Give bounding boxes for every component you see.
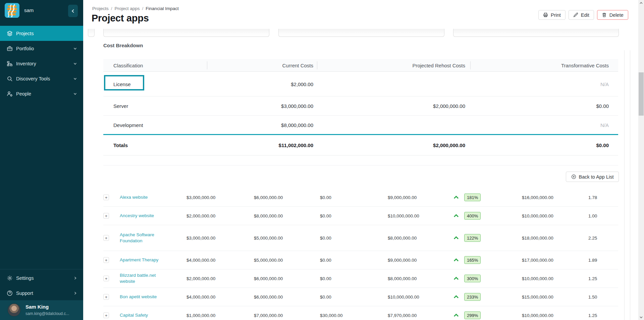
caret-up-icon bbox=[453, 276, 459, 280]
transformative-costs-cell: N/A bbox=[542, 81, 609, 87]
sidebar-item-settings[interactable]: Settings bbox=[0, 270, 83, 285]
expand-row-button[interactable]: + bbox=[103, 195, 109, 200]
scroll-up-arrow-icon[interactable] bbox=[638, 0, 644, 6]
column-divider bbox=[470, 61, 471, 69]
briefcase-icon bbox=[7, 46, 13, 52]
ratio-cell: 1.89 bbox=[588, 258, 597, 263]
ratio-cell: 2.25 bbox=[588, 236, 597, 241]
current-costs-cell: $2,000,000.00 bbox=[186, 276, 215, 281]
app-name-link[interactable]: Capital Safety bbox=[120, 312, 169, 318]
cost-cell: $5,000,000.00 bbox=[254, 258, 283, 263]
edit-button[interactable]: Edit bbox=[569, 10, 594, 20]
app-name-link[interactable]: Apartment Therapy bbox=[120, 257, 169, 263]
printer-icon bbox=[543, 12, 548, 17]
breadcrumb: Projects/Project apps/Financial Impact bbox=[92, 6, 179, 11]
sidebar-item-inventory[interactable]: Inventory bbox=[0, 56, 83, 71]
col-header-projected-rehost-costs: Projected Rehost Costs bbox=[398, 62, 465, 68]
table-row-server[interactable]: Server $3,000,000.00 $2,000,000.00 $0.00 bbox=[103, 97, 618, 116]
cost-cell: $16,000,000.00 bbox=[522, 195, 553, 200]
chevron-left-icon bbox=[71, 9, 74, 13]
percent-badge: 233% bbox=[464, 293, 481, 301]
app-name-link[interactable]: Apache Software Foundation bbox=[120, 232, 169, 244]
cost-cell: $10,000,000.00 bbox=[388, 213, 419, 218]
delete-button[interactable]: Delete bbox=[597, 10, 628, 20]
back-to-app-list-button[interactable]: Back to App List bbox=[566, 172, 619, 182]
scroll-down-arrow-icon[interactable] bbox=[638, 314, 644, 320]
page-scrollbar[interactable] bbox=[638, 0, 644, 320]
print-button[interactable]: Print bbox=[538, 10, 566, 20]
expand-row-button[interactable]: + bbox=[103, 313, 109, 318]
caret-up-icon bbox=[453, 295, 459, 299]
chevron-down-icon bbox=[73, 62, 77, 66]
percent-badge: 165% bbox=[464, 256, 481, 264]
cost-cell: $17,000,000.00 bbox=[522, 258, 553, 263]
cost-cell: $0.00 bbox=[320, 213, 331, 218]
cost-cell: $18,000,000.00 bbox=[522, 236, 553, 241]
cost-cell: $30,000.00 bbox=[320, 313, 343, 318]
pencil-icon bbox=[573, 12, 578, 17]
sidebar-item-label: Discovery Tools bbox=[16, 76, 50, 81]
sidebar-item-label: Support bbox=[16, 291, 33, 296]
scrollbar-thumb[interactable] bbox=[639, 72, 644, 116]
cost-cell: $7,000,000.00 bbox=[254, 313, 283, 318]
user-profile[interactable]: Sam King sam.king@tidalcloud.c... bbox=[0, 300, 83, 320]
app-name-link[interactable]: Bon apetit website bbox=[120, 294, 169, 300]
layers-icon bbox=[7, 30, 13, 37]
breadcrumb-separator: / bbox=[111, 6, 112, 11]
edit-label: Edit bbox=[581, 12, 589, 18]
sidebar-item-support[interactable]: Support bbox=[0, 285, 83, 301]
app-list-table: + Alexa website $3,000,000.00 $6,000,000… bbox=[103, 188, 618, 320]
user-email: sam.king@tidalcloud.c... bbox=[25, 311, 69, 316]
cost-cell: $10,000,000.00 bbox=[522, 213, 553, 218]
breadcrumb-project-apps[interactable]: Project apps bbox=[115, 6, 140, 11]
cost-cell: $5,000,000.00 bbox=[254, 236, 283, 241]
trash-icon bbox=[602, 12, 607, 17]
sidebar-item-label: Settings bbox=[16, 275, 34, 281]
search-icon bbox=[7, 76, 13, 82]
classification-cell: License bbox=[113, 81, 131, 87]
cutoff-card-1 bbox=[103, 29, 269, 37]
expand-row-button[interactable]: + bbox=[103, 276, 109, 281]
transformative-costs-cell: N/A bbox=[542, 122, 609, 128]
table-row-development[interactable]: Development $8,000,000.00 N/A bbox=[103, 116, 618, 134]
cost-cell: $6,000,000.00 bbox=[254, 295, 283, 300]
table-row: + Apache Software Foundation $3,000,000.… bbox=[103, 225, 618, 251]
sidebar-collapse-button[interactable] bbox=[68, 5, 78, 17]
table-row: + Apartment Therapy $4,000,000.00 $5,000… bbox=[103, 251, 618, 269]
cost-cell: $9,000,000.00 bbox=[388, 258, 417, 263]
cutoff-card-3 bbox=[453, 29, 619, 37]
user-name: Sam King bbox=[25, 304, 49, 310]
expand-row-button[interactable]: + bbox=[103, 294, 109, 300]
cost-cell: $15,000,000.00 bbox=[522, 295, 553, 300]
cost-cell: $0.00 bbox=[320, 195, 331, 200]
expand-row-button[interactable]: + bbox=[103, 235, 109, 241]
sidebar-item-projects[interactable]: Projects bbox=[0, 26, 83, 41]
app-name-link[interactable]: Ancestry website bbox=[120, 213, 169, 219]
caret-up-icon bbox=[453, 313, 459, 317]
table-row: + Capital Safety $1,000,000.00 $7,000,00… bbox=[103, 306, 618, 320]
breadcrumb-projects[interactable]: Projects bbox=[92, 6, 109, 11]
cost-cell: $6,000,000.00 bbox=[254, 276, 283, 281]
expand-row-button[interactable]: + bbox=[103, 257, 109, 263]
table-row-license[interactable]: License $2,000.00 N/A bbox=[103, 72, 618, 97]
people-icon bbox=[7, 91, 13, 97]
app-name-link[interactable]: Alexa website bbox=[120, 194, 169, 200]
current-costs-cell: $1,000,000.00 bbox=[186, 313, 215, 318]
sidebar-item-label: People bbox=[16, 91, 31, 97]
table-row: + Blizzard battle.net website $2,000,000… bbox=[103, 269, 618, 288]
ratio-cell: 1.00 bbox=[588, 213, 597, 218]
cost-cell: $0.00 bbox=[320, 295, 331, 300]
sidebar-item-label: Portfolio bbox=[16, 46, 34, 51]
chevron-down-icon bbox=[73, 47, 77, 51]
sidebar-item-people[interactable]: People bbox=[0, 86, 83, 101]
current-costs-cell: $4,000,000.00 bbox=[186, 295, 215, 300]
table-row-totals: Totals $11,002,000.00 $2,000,000.00 $0.0… bbox=[103, 135, 618, 155]
tidal-logo-icon[interactable] bbox=[5, 3, 19, 18]
sidebar-item-discovery-tools[interactable]: Discovery Tools bbox=[0, 71, 83, 86]
cost-cell: $10,000,000.00 bbox=[522, 276, 553, 281]
cost-cell: $8,000,000.00 bbox=[388, 276, 417, 281]
app-name-link[interactable]: Blizzard battle.net website bbox=[120, 272, 169, 284]
sidebar-item-portfolio[interactable]: Portfolio bbox=[0, 41, 83, 56]
expand-row-button[interactable]: + bbox=[103, 213, 109, 219]
totals-label: Totals bbox=[113, 142, 128, 148]
